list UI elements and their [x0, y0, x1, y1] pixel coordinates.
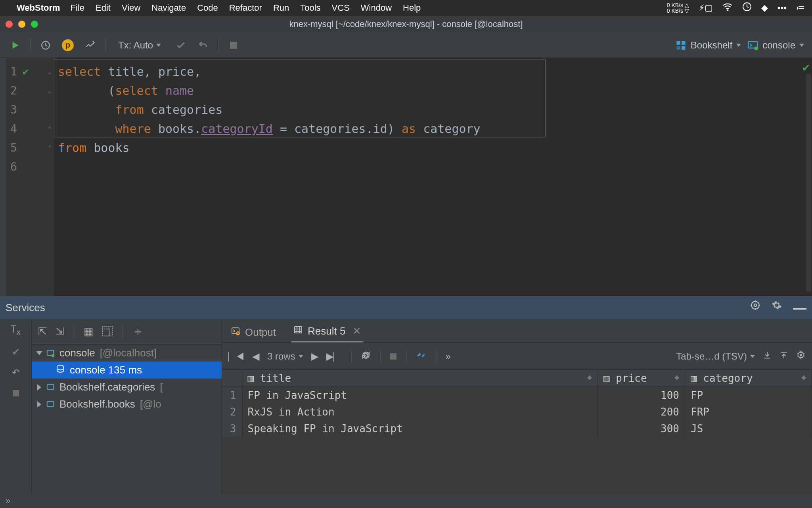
expand-icon[interactable]	[37, 384, 41, 391]
table-row[interactable]: 1FP in JavaScript100FP	[222, 387, 812, 404]
first-page-button[interactable]: ⎸◀	[228, 351, 244, 362]
code-editor[interactable]: select title, price, (select name from c…	[54, 58, 801, 296]
expand-icon[interactable]	[36, 351, 42, 355]
minimize-window-icon[interactable]	[18, 21, 25, 28]
tx-label-icon[interactable]: Tx	[10, 324, 21, 337]
svg-rect-3	[676, 41, 680, 44]
line-number: 3	[10, 103, 17, 116]
close-tab-icon[interactable]: ✕	[352, 325, 361, 337]
tree-item-books[interactable]: Bookshelf.books [@lo	[32, 396, 222, 413]
download-button[interactable]	[763, 351, 772, 362]
svg-point-10	[754, 304, 757, 306]
app-name[interactable]: WebStorm	[17, 3, 60, 13]
compare-button[interactable]	[416, 350, 426, 363]
datasource-icon	[46, 400, 55, 409]
sort-icon[interactable]: ◆	[801, 372, 806, 382]
console-dropdown[interactable]: console	[747, 40, 804, 51]
minimize-panel-icon[interactable]: —	[793, 300, 806, 316]
add-icon[interactable]: ＋	[132, 323, 144, 340]
line-number: 2	[10, 84, 17, 97]
target-icon[interactable]	[750, 300, 760, 316]
close-window-icon[interactable]	[6, 21, 13, 28]
menu-refactor[interactable]: Refactor	[229, 3, 262, 13]
fold-icon[interactable]: ⌄	[48, 87, 52, 94]
menu-tools[interactable]: Tools	[300, 3, 320, 13]
tree-item-console-run[interactable]: console 135 ms	[32, 362, 222, 379]
services-tree: ⇱ ⇲ ▦ ⿹ ＋ console [@localhost] console 1…	[32, 319, 222, 494]
rollback-button[interactable]	[196, 38, 210, 52]
breadcrumb-bar: »	[0, 494, 812, 508]
tray-cube-icon[interactable]: ◆	[761, 3, 768, 13]
tx-mode-dropdown[interactable]: Tx: Auto	[118, 40, 161, 51]
svg-rect-14	[47, 401, 54, 406]
query-run-icon	[56, 364, 65, 376]
menu-navigate[interactable]: Navigate	[151, 3, 186, 13]
last-page-button[interactable]: ▶⎸	[326, 351, 342, 362]
datasource-icon	[46, 383, 55, 392]
expand-icon[interactable]	[37, 401, 41, 408]
table-icon	[293, 325, 303, 337]
table-row[interactable]: 3Speaking FP in JavaScript300JS	[222, 420, 812, 437]
wifi-icon[interactable]	[722, 3, 733, 13]
commit-button[interactable]	[174, 38, 188, 52]
clock-icon[interactable]	[742, 2, 752, 14]
menu-code[interactable]: Code	[197, 3, 218, 13]
export-format-dropdown[interactable]: Tab-se…d (TSV)	[676, 351, 755, 362]
svg-point-0	[727, 10, 728, 11]
mac-menu-bar: WebStorm File Edit View Navigate Code Re…	[0, 0, 812, 16]
profile-button[interactable]: p	[61, 38, 75, 52]
sort-icon[interactable]: ◆	[587, 372, 592, 382]
datasource-icon	[46, 349, 55, 358]
settings-button[interactable]	[83, 38, 97, 52]
services-panel: Tx ✔ ↶ ⇱ ⇲ ▦ ⿹ ＋ console [@localhost]	[0, 319, 812, 494]
battery-icon[interactable]: ⚡︎▢	[699, 3, 713, 13]
upload-button[interactable]	[779, 351, 788, 362]
services-panel-header: Services —	[0, 296, 812, 319]
col-price: ▥ price◆	[598, 370, 685, 387]
menu-help[interactable]: Help	[403, 3, 421, 13]
menu-file[interactable]: File	[71, 3, 84, 13]
menu-edit[interactable]: Edit	[96, 3, 111, 13]
tray-list-icon[interactable]: ≔	[796, 3, 805, 13]
next-page-button[interactable]: ▶	[311, 351, 318, 362]
check-icon[interactable]: ✔	[12, 346, 20, 358]
sort-icon[interactable]: ◆	[674, 372, 679, 382]
stop-result-button[interactable]	[390, 351, 396, 362]
breadcrumb-chevrons-icon[interactable]: »	[6, 496, 11, 506]
result-table[interactable]: ▥ title◆ ▥ price◆ ▥ category◆ 1FP in Jav…	[222, 370, 812, 494]
datasource-dropdown[interactable]: Bookshelf	[676, 40, 741, 51]
expand-all-icon[interactable]: ⇱	[38, 325, 47, 338]
tray-more-icon[interactable]: •••	[778, 3, 787, 13]
menu-vcs[interactable]: VCS	[332, 3, 350, 13]
fold-icon[interactable]: ⌃	[48, 125, 52, 133]
stop-button[interactable]	[226, 38, 241, 52]
grid-icon[interactable]: ▦	[84, 325, 94, 338]
menu-window[interactable]: Window	[361, 3, 392, 13]
menu-view[interactable]: View	[122, 3, 140, 13]
editor-scrollbar[interactable]	[806, 74, 811, 292]
tree-root-console[interactable]: console [@localhost]	[32, 344, 222, 362]
reload-button[interactable]	[361, 350, 371, 362]
maximize-window-icon[interactable]	[31, 21, 38, 28]
result-settings-button[interactable]	[796, 350, 806, 362]
svg-rect-13	[47, 384, 54, 389]
more-button[interactable]: »	[446, 351, 451, 362]
svg-rect-4	[682, 41, 685, 44]
row-count-dropdown[interactable]: 3 rows	[267, 351, 303, 362]
tab-output[interactable]: Output	[228, 323, 278, 343]
history-button[interactable]	[38, 38, 53, 52]
gear-icon[interactable]	[772, 300, 782, 316]
tree-item-categories[interactable]: Bookshelf.categories [	[32, 379, 222, 396]
collapse-all-icon[interactable]: ⇲	[56, 325, 64, 338]
menu-run[interactable]: Run	[273, 3, 289, 13]
stop-small-icon[interactable]	[13, 388, 19, 399]
layout-icon[interactable]: ⿹	[102, 325, 113, 338]
table-row[interactable]: 2RxJS in Action200FRP	[222, 404, 812, 420]
prev-page-button[interactable]: ◀	[252, 351, 259, 362]
run-button[interactable]	[8, 38, 22, 52]
fold-icon[interactable]: ⌃	[48, 144, 52, 152]
tab-result[interactable]: Result 5 ✕	[291, 322, 364, 343]
chevron-down-icon	[156, 44, 161, 47]
fold-icon[interactable]: ⌄	[48, 68, 52, 75]
undo-icon[interactable]: ↶	[12, 367, 20, 378]
